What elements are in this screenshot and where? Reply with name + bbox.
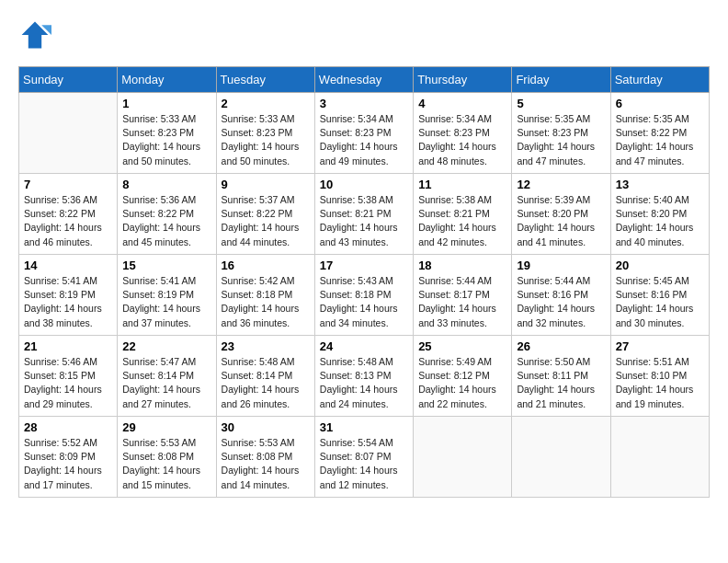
day-info: Sunrise: 5:50 AMSunset: 8:11 PMDaylight:… [517, 355, 605, 411]
dow-header-saturday: Saturday [610, 67, 709, 93]
day-number: 26 [517, 339, 605, 353]
calendar-cell [414, 417, 512, 498]
day-number: 11 [418, 178, 506, 191]
day-number: 27 [616, 339, 704, 353]
day-info: Sunrise: 5:53 AMSunset: 8:08 PMDaylight:… [222, 436, 310, 492]
day-info: Sunrise: 5:44 AMSunset: 8:16 PMDaylight:… [517, 274, 605, 330]
day-info: Sunrise: 5:33 AMSunset: 8:23 PMDaylight:… [222, 112, 310, 168]
dow-header-wednesday: Wednesday [314, 67, 413, 93]
week-row-3: 14Sunrise: 5:41 AMSunset: 8:19 PMDayligh… [19, 255, 710, 336]
day-info: Sunrise: 5:52 AMSunset: 8:09 PMDaylight:… [24, 436, 112, 492]
day-info: Sunrise: 5:33 AMSunset: 8:23 PMDaylight:… [122, 112, 210, 168]
page-header [18, 18, 710, 52]
day-info: Sunrise: 5:47 AMSunset: 8:14 PMDaylight:… [122, 355, 210, 411]
calendar-cell: 4Sunrise: 5:34 AMSunset: 8:23 PMDaylight… [414, 93, 512, 174]
calendar-cell [610, 417, 709, 498]
calendar-cell: 7Sunrise: 5:36 AMSunset: 8:22 PMDaylight… [19, 174, 118, 255]
day-number: 13 [616, 178, 704, 191]
week-row-1: 1Sunrise: 5:33 AMSunset: 8:23 PMDaylight… [19, 93, 710, 174]
day-info: Sunrise: 5:51 AMSunset: 8:10 PMDaylight:… [616, 355, 704, 411]
day-number: 6 [616, 97, 704, 110]
calendar-cell: 22Sunrise: 5:47 AMSunset: 8:14 PMDayligh… [118, 336, 216, 417]
calendar-cell: 20Sunrise: 5:45 AMSunset: 8:16 PMDayligh… [610, 255, 709, 336]
day-info: Sunrise: 5:49 AMSunset: 8:12 PMDaylight:… [418, 355, 506, 411]
day-number: 14 [24, 259, 112, 272]
day-number: 18 [418, 259, 506, 272]
day-info: Sunrise: 5:40 AMSunset: 8:20 PMDaylight:… [616, 193, 704, 249]
day-number: 15 [122, 259, 210, 272]
day-info: Sunrise: 5:36 AMSunset: 8:22 PMDaylight:… [24, 193, 112, 249]
calendar-cell: 29Sunrise: 5:53 AMSunset: 8:08 PMDayligh… [118, 417, 216, 498]
calendar-cell: 17Sunrise: 5:43 AMSunset: 8:18 PMDayligh… [314, 255, 413, 336]
logo [18, 18, 55, 52]
calendar-cell: 19Sunrise: 5:44 AMSunset: 8:16 PMDayligh… [512, 255, 610, 336]
day-info: Sunrise: 5:53 AMSunset: 8:08 PMDaylight:… [122, 436, 210, 492]
day-info: Sunrise: 5:35 AMSunset: 8:23 PMDaylight:… [517, 112, 605, 168]
day-info: Sunrise: 5:38 AMSunset: 8:21 PMDaylight:… [418, 193, 506, 249]
calendar-cell: 12Sunrise: 5:39 AMSunset: 8:20 PMDayligh… [512, 174, 610, 255]
calendar-cell [19, 93, 118, 174]
calendar-cell [512, 417, 610, 498]
day-number: 10 [320, 178, 408, 191]
week-row-2: 7Sunrise: 5:36 AMSunset: 8:22 PMDaylight… [19, 174, 710, 255]
day-number: 25 [418, 339, 506, 353]
day-info: Sunrise: 5:38 AMSunset: 8:21 PMDaylight:… [320, 193, 408, 249]
day-number: 16 [222, 259, 310, 272]
calendar-cell: 28Sunrise: 5:52 AMSunset: 8:09 PMDayligh… [19, 417, 118, 498]
day-info: Sunrise: 5:37 AMSunset: 8:22 PMDaylight:… [222, 193, 310, 249]
day-info: Sunrise: 5:41 AMSunset: 8:19 PMDaylight:… [122, 274, 210, 330]
day-number: 4 [418, 97, 506, 110]
dow-header-friday: Friday [512, 67, 610, 93]
calendar-cell: 26Sunrise: 5:50 AMSunset: 8:11 PMDayligh… [512, 336, 610, 417]
day-number: 29 [122, 420, 210, 434]
day-info: Sunrise: 5:46 AMSunset: 8:15 PMDaylight:… [24, 355, 112, 411]
dow-header-thursday: Thursday [414, 67, 512, 93]
calendar-cell: 13Sunrise: 5:40 AMSunset: 8:20 PMDayligh… [610, 174, 709, 255]
day-number: 7 [24, 178, 112, 191]
day-info: Sunrise: 5:48 AMSunset: 8:14 PMDaylight:… [222, 355, 310, 411]
day-number: 12 [517, 178, 605, 191]
day-number: 17 [320, 259, 408, 272]
dow-header-sunday: Sunday [19, 67, 118, 93]
day-number: 31 [320, 420, 408, 434]
day-number: 23 [222, 339, 310, 353]
day-number: 1 [122, 97, 210, 110]
calendar-cell: 3Sunrise: 5:34 AMSunset: 8:23 PMDaylight… [314, 93, 413, 174]
calendar-cell: 11Sunrise: 5:38 AMSunset: 8:21 PMDayligh… [414, 174, 512, 255]
day-number: 2 [222, 97, 310, 110]
calendar-cell: 2Sunrise: 5:33 AMSunset: 8:23 PMDaylight… [216, 93, 314, 174]
calendar-cell: 31Sunrise: 5:54 AMSunset: 8:07 PMDayligh… [314, 417, 413, 498]
day-info: Sunrise: 5:48 AMSunset: 8:13 PMDaylight:… [320, 355, 408, 411]
calendar-cell: 16Sunrise: 5:42 AMSunset: 8:18 PMDayligh… [216, 255, 314, 336]
calendar-cell: 8Sunrise: 5:36 AMSunset: 8:22 PMDaylight… [118, 174, 216, 255]
calendar-cell: 25Sunrise: 5:49 AMSunset: 8:12 PMDayligh… [414, 336, 512, 417]
dow-header-monday: Monday [118, 67, 216, 93]
calendar-cell: 27Sunrise: 5:51 AMSunset: 8:10 PMDayligh… [610, 336, 709, 417]
day-number: 20 [616, 259, 704, 272]
day-info: Sunrise: 5:54 AMSunset: 8:07 PMDaylight:… [320, 436, 408, 492]
calendar-cell: 14Sunrise: 5:41 AMSunset: 8:19 PMDayligh… [19, 255, 118, 336]
calendar-cell: 1Sunrise: 5:33 AMSunset: 8:23 PMDaylight… [118, 93, 216, 174]
calendar-cell: 5Sunrise: 5:35 AMSunset: 8:23 PMDaylight… [512, 93, 610, 174]
calendar-cell: 6Sunrise: 5:35 AMSunset: 8:22 PMDaylight… [610, 93, 709, 174]
calendar-cell: 9Sunrise: 5:37 AMSunset: 8:22 PMDaylight… [216, 174, 314, 255]
day-info: Sunrise: 5:34 AMSunset: 8:23 PMDaylight:… [320, 112, 408, 168]
day-info: Sunrise: 5:44 AMSunset: 8:17 PMDaylight:… [418, 274, 506, 330]
day-info: Sunrise: 5:39 AMSunset: 8:20 PMDaylight:… [517, 193, 605, 249]
calendar-cell: 24Sunrise: 5:48 AMSunset: 8:13 PMDayligh… [314, 336, 413, 417]
day-number: 22 [122, 339, 210, 353]
calendar-cell: 21Sunrise: 5:46 AMSunset: 8:15 PMDayligh… [19, 336, 118, 417]
day-number: 21 [24, 339, 112, 353]
calendar-table: SundayMondayTuesdayWednesdayThursdayFrid… [18, 66, 710, 498]
day-number: 3 [320, 97, 408, 110]
day-info: Sunrise: 5:36 AMSunset: 8:22 PMDaylight:… [122, 193, 210, 249]
day-number: 28 [24, 420, 112, 434]
day-info: Sunrise: 5:35 AMSunset: 8:22 PMDaylight:… [616, 112, 704, 168]
day-info: Sunrise: 5:43 AMSunset: 8:18 PMDaylight:… [320, 274, 408, 330]
day-info: Sunrise: 5:34 AMSunset: 8:23 PMDaylight:… [418, 112, 506, 168]
calendar-cell: 10Sunrise: 5:38 AMSunset: 8:21 PMDayligh… [314, 174, 413, 255]
day-number: 8 [122, 178, 210, 191]
calendar-cell: 15Sunrise: 5:41 AMSunset: 8:19 PMDayligh… [118, 255, 216, 336]
week-row-4: 21Sunrise: 5:46 AMSunset: 8:15 PMDayligh… [19, 336, 710, 417]
calendar-cell: 18Sunrise: 5:44 AMSunset: 8:17 PMDayligh… [414, 255, 512, 336]
